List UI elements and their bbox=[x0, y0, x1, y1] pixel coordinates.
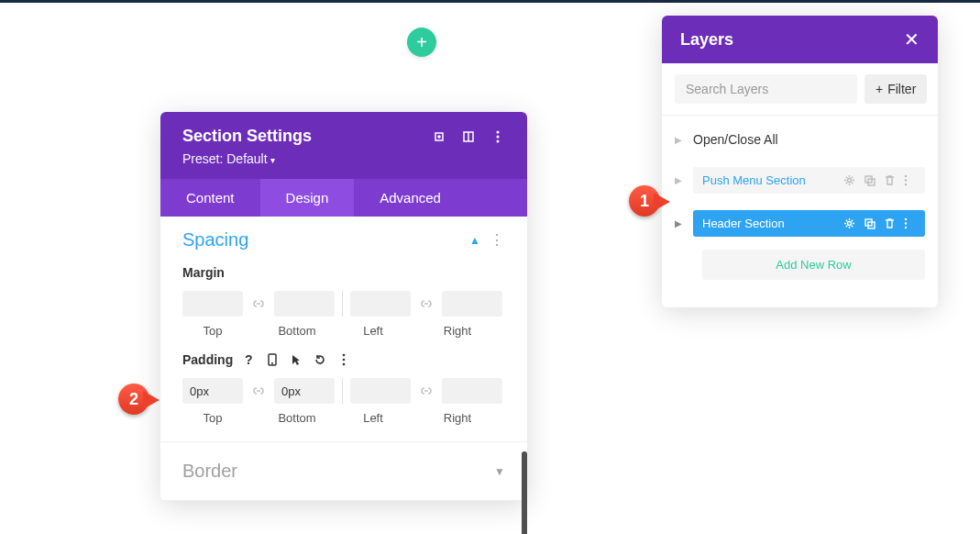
svg-point-10 bbox=[343, 359, 346, 362]
preset-selector[interactable]: Preset: Default▾ bbox=[182, 151, 505, 166]
margin-left-input[interactable] bbox=[350, 291, 411, 317]
margin-label: Margin bbox=[182, 265, 505, 280]
phone-icon[interactable] bbox=[266, 353, 279, 366]
padding-right-lbl: Right bbox=[427, 411, 488, 425]
margin-top-input[interactable] bbox=[182, 291, 243, 317]
layers-header: Layers ✕ bbox=[662, 16, 938, 63]
svg-point-18 bbox=[848, 222, 852, 226]
section-more-icon[interactable]: ⋮ bbox=[490, 231, 505, 249]
trash-icon[interactable] bbox=[884, 174, 896, 186]
svg-point-4 bbox=[497, 130, 500, 133]
margin-right-input[interactable] bbox=[442, 291, 502, 317]
padding-label: Padding bbox=[182, 352, 233, 367]
svg-point-1 bbox=[438, 136, 440, 138]
reset-icon[interactable] bbox=[314, 353, 326, 366]
margin-inputs bbox=[182, 291, 505, 317]
margin-bottom-input[interactable] bbox=[274, 291, 335, 317]
tab-content[interactable]: Content bbox=[160, 179, 260, 217]
trash-icon[interactable] bbox=[884, 217, 896, 229]
svg-point-21 bbox=[905, 218, 907, 220]
chevron-down-icon: ▾ bbox=[270, 155, 275, 165]
top-bar bbox=[0, 0, 980, 3]
add-new-row-button[interactable]: Add New Row bbox=[702, 250, 925, 280]
padding-left-lbl: Left bbox=[343, 411, 403, 425]
tree-arrow-icon[interactable]: ▶ bbox=[675, 218, 684, 228]
collapse-icon[interactable]: ▲ bbox=[469, 234, 480, 247]
padding-right-input[interactable] bbox=[442, 378, 502, 404]
layer-item-push-menu[interactable]: Push Menu Section bbox=[693, 167, 925, 194]
search-input[interactable] bbox=[675, 74, 857, 104]
plus-icon: + bbox=[416, 32, 427, 53]
svg-point-11 bbox=[343, 363, 346, 366]
gear-icon[interactable] bbox=[843, 217, 855, 229]
svg-point-15 bbox=[905, 175, 907, 177]
layer-item-header[interactable]: Header Section bbox=[693, 210, 925, 237]
link-icon[interactable] bbox=[418, 297, 435, 310]
svg-point-5 bbox=[497, 135, 500, 138]
duplicate-icon[interactable] bbox=[864, 174, 875, 186]
more-icon[interactable] bbox=[904, 174, 916, 186]
tree-arrow-icon[interactable]: ▶ bbox=[675, 175, 684, 185]
svg-point-22 bbox=[905, 222, 907, 224]
svg-point-12 bbox=[848, 179, 852, 183]
padding-bottom-lbl: Bottom bbox=[267, 411, 327, 425]
margin-top-label: Top bbox=[182, 324, 243, 338]
svg-point-17 bbox=[905, 184, 907, 185]
settings-header: Section Settings Preset: Default▾ bbox=[160, 112, 527, 179]
link-icon[interactable] bbox=[250, 384, 267, 397]
columns-icon[interactable] bbox=[461, 129, 476, 144]
layers-tree: ▶ Open/Close All ▶ Push Menu Section ▶ H… bbox=[662, 116, 938, 307]
tab-design[interactable]: Design bbox=[260, 179, 355, 217]
scrollbar[interactable] bbox=[522, 451, 527, 534]
settings-tabs: Content Design Advanced bbox=[160, 179, 527, 217]
padding-more-icon[interactable] bbox=[337, 353, 350, 366]
margin-left-label: Left bbox=[343, 324, 403, 338]
layers-title: Layers bbox=[680, 30, 733, 50]
duplicate-icon[interactable] bbox=[864, 217, 875, 229]
spacing-section: Spacing ▲ ⋮ Margin bbox=[160, 217, 527, 442]
open-close-all[interactable]: Open/Close All bbox=[693, 132, 778, 147]
plus-icon: + bbox=[875, 82, 883, 96]
hover-icon[interactable] bbox=[290, 353, 303, 366]
border-title: Border bbox=[182, 461, 237, 482]
expand-icon[interactable]: ▼ bbox=[494, 465, 505, 478]
expand-icon[interactable] bbox=[432, 129, 446, 144]
tab-advanced[interactable]: Advanced bbox=[354, 179, 467, 217]
svg-point-16 bbox=[905, 179, 907, 181]
padding-top-lbl: Top bbox=[182, 411, 243, 425]
padding-left-input[interactable] bbox=[350, 378, 411, 404]
border-section[interactable]: Border ▼ bbox=[160, 442, 527, 501]
settings-title: Section Settings bbox=[182, 127, 312, 146]
spacing-title[interactable]: Spacing bbox=[182, 229, 248, 250]
svg-point-6 bbox=[497, 139, 500, 142]
margin-right-label: Right bbox=[427, 324, 488, 338]
layers-panel: Layers ✕ + Filter ▶ Open/Close All ▶ Pus… bbox=[662, 16, 938, 307]
close-icon[interactable]: ✕ bbox=[904, 28, 919, 50]
link-icon[interactable] bbox=[250, 297, 267, 310]
help-icon[interactable]: ? bbox=[242, 353, 255, 366]
layer-name: Header Section bbox=[702, 217, 785, 230]
filter-button[interactable]: + Filter bbox=[864, 74, 927, 104]
more-icon[interactable] bbox=[490, 129, 505, 144]
padding-inputs bbox=[182, 378, 505, 404]
link-icon[interactable] bbox=[418, 384, 435, 397]
padding-top-input[interactable] bbox=[182, 378, 243, 404]
svg-point-9 bbox=[343, 354, 346, 357]
layer-name: Push Menu Section bbox=[702, 173, 806, 187]
add-section-button[interactable]: + bbox=[407, 28, 436, 57]
search-row: + Filter bbox=[662, 63, 938, 116]
more-icon[interactable] bbox=[904, 217, 916, 229]
margin-bottom-label: Bottom bbox=[267, 324, 327, 338]
svg-point-23 bbox=[905, 227, 907, 228]
padding-label-row: Padding ? bbox=[182, 352, 505, 367]
padding-bottom-input[interactable] bbox=[274, 378, 335, 404]
tree-arrow-icon[interactable]: ▶ bbox=[675, 135, 684, 145]
gear-icon[interactable] bbox=[843, 174, 855, 186]
section-settings-panel: Section Settings Preset: Default▾ Conten… bbox=[160, 112, 527, 501]
callout-2: 2 bbox=[118, 384, 159, 418]
callout-1: 1 bbox=[629, 185, 669, 220]
